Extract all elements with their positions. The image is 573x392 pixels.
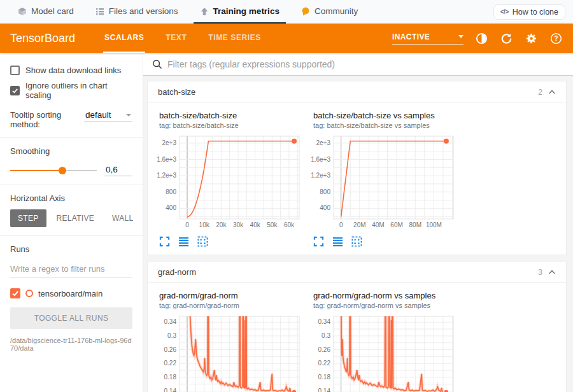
metrics-icon bbox=[200, 7, 209, 16]
svg-text:0.14: 0.14 bbox=[318, 388, 331, 392]
section-title: grad-norm bbox=[158, 267, 196, 277]
runs-filter-input[interactable]: Write a regex to filter runs bbox=[10, 263, 132, 278]
how-to-clone-button[interactable]: </> How to clone bbox=[493, 4, 565, 20]
tag-filter-input[interactable]: Filter tags (regular expressions support… bbox=[167, 59, 573, 69]
expand-chart-icon[interactable] bbox=[313, 236, 324, 247]
svg-text:2e+3: 2e+3 bbox=[316, 139, 330, 146]
refresh-icon bbox=[500, 32, 513, 45]
tab-community[interactable]: Community bbox=[295, 0, 364, 24]
chart-canvas[interactable]: 010k20k30k40k50k60k0.140.180.220.260.30.… bbox=[154, 312, 307, 392]
gear-icon bbox=[525, 32, 537, 45]
svg-text:0.18: 0.18 bbox=[318, 374, 331, 381]
chart-batch-size-step: batch-size/batch-size tag: batch-size/ba… bbox=[154, 111, 307, 247]
smoothing-label: Smoothing bbox=[10, 146, 132, 156]
section-chart-count: 3 bbox=[538, 268, 542, 277]
settings-button[interactable] bbox=[524, 31, 538, 45]
expand-chart-icon[interactable] bbox=[159, 236, 170, 247]
section-title: batch-size bbox=[158, 87, 195, 97]
page: Model card Files and versions Training m… bbox=[0, 0, 573, 392]
chart-toolbar bbox=[159, 236, 307, 247]
show-download-links-checkbox[interactable] bbox=[10, 66, 20, 75]
ignore-outliers-checkbox-row[interactable]: Ignore outliers in chart scaling bbox=[10, 81, 132, 100]
section-batch-size-header[interactable]: batch-size 2 bbox=[148, 81, 566, 102]
haxis-relative-button[interactable]: RELATIVE bbox=[49, 209, 103, 227]
horizontal-axis-label: Horizontal Axis bbox=[10, 193, 132, 203]
smoothing-slider-fill bbox=[10, 170, 62, 171]
svg-text:0.26: 0.26 bbox=[164, 346, 177, 353]
svg-text:100M: 100M bbox=[426, 221, 442, 228]
chart-title: grad-norm/grad-norm bbox=[154, 291, 307, 300]
svg-text:1.6e+3: 1.6e+3 bbox=[311, 156, 330, 163]
check-icon bbox=[11, 290, 19, 297]
chart-toolbar bbox=[313, 236, 461, 247]
chevron-up-icon[interactable] bbox=[548, 89, 556, 95]
chart-batch-size-samples: batch-size/batch-size vs samples tag: ba… bbox=[308, 111, 461, 247]
section-grad-norm: grad-norm 3 grad-norm/grad-norm tag: gra… bbox=[147, 261, 567, 392]
svg-text:1.6e+3: 1.6e+3 bbox=[157, 156, 176, 163]
section-grad-norm-charts: grad-norm/grad-norm tag: grad-norm/grad-… bbox=[148, 283, 566, 392]
tab-scalars[interactable]: SCALARS bbox=[103, 24, 145, 53]
svg-text:30k: 30k bbox=[233, 221, 244, 228]
svg-text:0.22: 0.22 bbox=[164, 360, 177, 367]
svg-text:400: 400 bbox=[166, 204, 176, 211]
section-grad-norm-header[interactable]: grad-norm 3 bbox=[148, 262, 566, 283]
tab-files-and-versions[interactable]: Files and versions bbox=[89, 0, 185, 24]
chart-grad-norm-step: grad-norm/grad-norm tag: grad-norm/grad-… bbox=[154, 291, 307, 392]
chart-canvas[interactable]: 020M40M60M80M100M0.140.180.220.260.30.34 bbox=[308, 312, 461, 392]
run-color-swatch bbox=[25, 290, 33, 297]
chart-title: grad-norm/grad-norm vs samples bbox=[308, 291, 461, 300]
run-row-tensorboard-main[interactable]: tensorboard/main bbox=[10, 288, 132, 298]
runs-list-icon[interactable] bbox=[332, 236, 343, 247]
chart-canvas[interactable]: 010k20k30k40k50k60k4008001.2e+31.6e+32e+… bbox=[154, 132, 307, 233]
runs-list-icon[interactable] bbox=[178, 236, 189, 247]
svg-text:0.14: 0.14 bbox=[164, 388, 177, 392]
fit-domain-icon[interactable] bbox=[351, 236, 362, 247]
chart-title: batch-size/batch-size vs samples bbox=[308, 111, 461, 120]
tab-training-metrics[interactable]: Training metrics bbox=[194, 0, 286, 24]
chevron-down-icon bbox=[126, 114, 131, 116]
contrast-toggle-button[interactable] bbox=[474, 31, 488, 45]
tensorboard-logo: TensorBoard bbox=[10, 24, 75, 53]
svg-text:10k: 10k bbox=[199, 221, 210, 228]
fit-domain-icon[interactable] bbox=[197, 236, 208, 247]
help-button[interactable]: ? bbox=[549, 31, 563, 45]
tooltip-sorting-select[interactable]: default bbox=[84, 110, 132, 122]
tab-time-series[interactable]: TIME SERIES bbox=[207, 24, 262, 53]
svg-text:0.3: 0.3 bbox=[322, 332, 330, 339]
main-content: Filter tags (regular expressions support… bbox=[143, 53, 573, 392]
svg-text:0.34: 0.34 bbox=[318, 318, 331, 325]
check-icon bbox=[11, 87, 18, 94]
svg-text:60k: 60k bbox=[284, 221, 295, 228]
chart-canvas[interactable]: 020M40M60M80M100M4008001.2e+31.6e+32e+3 bbox=[308, 132, 461, 233]
svg-text:0.22: 0.22 bbox=[318, 360, 331, 367]
ignore-outliers-label: Ignore outliers in chart scaling bbox=[25, 81, 132, 100]
chart-tag: tag: grad-norm/grad-norm bbox=[154, 300, 307, 312]
run-name: tensorboard/main bbox=[38, 289, 103, 298]
show-download-links-label: Show data download links bbox=[25, 66, 121, 75]
tab-text[interactable]: TEXT bbox=[164, 24, 188, 53]
chart-tag: tag: grad-norm/grad-norm vs samples bbox=[308, 300, 461, 312]
svg-text:0: 0 bbox=[185, 221, 189, 228]
section-chart-count: 2 bbox=[538, 88, 542, 97]
tab-model-card[interactable]: Model card bbox=[11, 0, 80, 24]
refresh-button[interactable] bbox=[499, 31, 513, 45]
chart-grad-norm-samples: grad-norm/grad-norm vs samples tag: grad… bbox=[308, 291, 461, 392]
smoothing-slider-thumb[interactable] bbox=[59, 167, 66, 174]
run-checkbox[interactable] bbox=[10, 288, 20, 298]
haxis-step-button[interactable]: STEP bbox=[10, 209, 46, 227]
show-download-links-checkbox-row[interactable]: Show data download links bbox=[10, 66, 132, 75]
svg-text:0: 0 bbox=[339, 221, 343, 228]
smoothing-value-input[interactable]: 0,6 bbox=[104, 165, 132, 176]
tooltip-sorting-value: default bbox=[85, 110, 111, 120]
reload-status-value: INACTIVE bbox=[392, 32, 430, 41]
svg-text:2e+3: 2e+3 bbox=[162, 139, 176, 146]
toggle-all-runs-button[interactable]: TOGGLE ALL RUNS bbox=[10, 307, 132, 329]
reload-status-select[interactable]: INACTIVE bbox=[392, 32, 463, 45]
svg-text:40k: 40k bbox=[250, 221, 261, 228]
svg-text:400: 400 bbox=[320, 204, 330, 211]
files-icon bbox=[96, 7, 104, 16]
chevron-up-icon[interactable] bbox=[548, 269, 556, 275]
smoothing-slider[interactable] bbox=[10, 170, 97, 171]
haxis-wall-button[interactable]: WALL bbox=[104, 209, 141, 227]
ignore-outliers-checkbox[interactable] bbox=[10, 86, 20, 95]
